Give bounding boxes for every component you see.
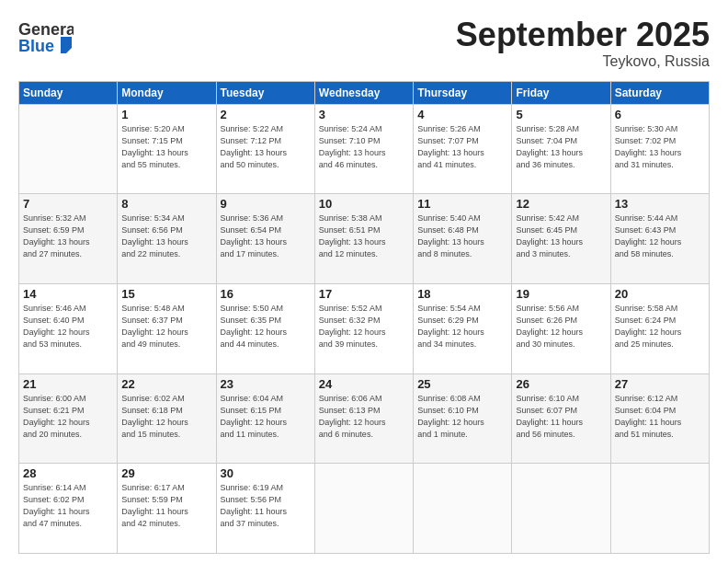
day-number: 22 (121, 377, 211, 391)
day-info: Sunrise: 5:30 AM Sunset: 7:02 PM Dayligh… (615, 123, 705, 171)
day-info: Sunrise: 5:52 AM Sunset: 6:32 PM Dayligh… (319, 303, 409, 350)
table-row: 17Sunrise: 5:52 AM Sunset: 6:32 PM Dayli… (314, 283, 413, 373)
table-row: 13Sunrise: 5:44 AM Sunset: 6:43 PM Dayli… (610, 194, 709, 284)
day-number: 13 (615, 197, 705, 211)
day-number: 21 (23, 377, 113, 391)
table-row: 3Sunrise: 5:24 AM Sunset: 7:10 PM Daylig… (314, 104, 413, 194)
day-info: Sunrise: 5:32 AM Sunset: 6:59 PM Dayligh… (23, 213, 113, 260)
day-number: 15 (121, 287, 211, 301)
col-friday: Friday (512, 81, 610, 104)
table-row: 4Sunrise: 5:26 AM Sunset: 7:07 PM Daylig… (414, 104, 512, 194)
day-info: Sunrise: 6:14 AM Sunset: 6:02 PM Dayligh… (23, 482, 113, 530)
col-sunday: Sunday (19, 81, 118, 104)
logo-icon: General Blue (18, 17, 74, 57)
table-row: 14Sunrise: 5:46 AM Sunset: 6:40 PM Dayli… (19, 283, 118, 373)
table-row: 5Sunrise: 5:28 AM Sunset: 7:04 PM Daylig… (512, 104, 610, 194)
table-row: 29Sunrise: 6:17 AM Sunset: 5:59 PM Dayli… (118, 464, 216, 554)
day-number: 6 (615, 108, 705, 121)
day-info: Sunrise: 5:34 AM Sunset: 6:56 PM Dayligh… (121, 213, 211, 260)
col-saturday: Saturday (610, 81, 709, 104)
day-info: Sunrise: 6:17 AM Sunset: 5:59 PM Dayligh… (121, 482, 211, 530)
day-number: 7 (23, 197, 113, 211)
table-row: 6Sunrise: 5:30 AM Sunset: 7:02 PM Daylig… (610, 104, 709, 194)
table-row (512, 464, 610, 554)
day-info: Sunrise: 5:40 AM Sunset: 6:48 PM Dayligh… (417, 213, 507, 260)
day-info: Sunrise: 5:38 AM Sunset: 6:51 PM Dayligh… (319, 213, 409, 260)
day-info: Sunrise: 5:56 AM Sunset: 6:26 PM Dayligh… (516, 303, 606, 350)
day-number: 2 (221, 108, 311, 121)
calendar-table: Sunday Monday Tuesday Wednesday Thursday… (18, 81, 710, 554)
table-row: 12Sunrise: 5:42 AM Sunset: 6:45 PM Dayli… (512, 194, 610, 284)
day-info: Sunrise: 5:24 AM Sunset: 7:10 PM Dayligh… (319, 123, 409, 171)
table-row: 19Sunrise: 5:56 AM Sunset: 6:26 PM Dayli… (512, 283, 610, 373)
day-number: 29 (121, 466, 211, 480)
day-info: Sunrise: 6:08 AM Sunset: 6:10 PM Dayligh… (417, 393, 507, 441)
day-number: 17 (319, 287, 409, 301)
table-row: 26Sunrise: 6:10 AM Sunset: 6:07 PM Dayli… (512, 373, 610, 464)
day-number: 11 (417, 197, 507, 211)
table-row: 1Sunrise: 5:20 AM Sunset: 7:15 PM Daylig… (118, 104, 216, 194)
day-number: 5 (516, 108, 606, 121)
table-row: 15Sunrise: 5:48 AM Sunset: 6:37 PM Dayli… (118, 283, 216, 373)
table-row: 7Sunrise: 5:32 AM Sunset: 6:59 PM Daylig… (19, 194, 118, 284)
day-number: 4 (417, 108, 507, 121)
day-number: 24 (319, 377, 409, 391)
day-info: Sunrise: 5:20 AM Sunset: 7:15 PM Dayligh… (121, 123, 211, 171)
day-info: Sunrise: 6:10 AM Sunset: 6:07 PM Dayligh… (516, 393, 606, 441)
table-row: 22Sunrise: 6:02 AM Sunset: 6:18 PM Dayli… (118, 373, 216, 464)
day-info: Sunrise: 5:58 AM Sunset: 6:24 PM Dayligh… (615, 303, 705, 350)
page: General Blue September 2025 Teykovo, Rus… (0, 0, 728, 563)
day-info: Sunrise: 5:42 AM Sunset: 6:45 PM Dayligh… (516, 213, 606, 260)
day-number: 30 (221, 466, 311, 480)
day-info: Sunrise: 5:22 AM Sunset: 7:12 PM Dayligh… (221, 123, 311, 171)
table-row: 21Sunrise: 6:00 AM Sunset: 6:21 PM Dayli… (19, 373, 118, 464)
day-number: 27 (615, 377, 705, 391)
table-row (19, 104, 118, 194)
day-info: Sunrise: 5:50 AM Sunset: 6:35 PM Dayligh… (221, 303, 311, 350)
month-title: September 2025 (456, 17, 710, 53)
logo: General Blue (18, 17, 74, 57)
table-row: 23Sunrise: 6:04 AM Sunset: 6:15 PM Dayli… (216, 373, 314, 464)
day-number: 9 (221, 197, 311, 211)
header: General Blue September 2025 Teykovo, Rus… (18, 17, 710, 70)
col-monday: Monday (118, 81, 216, 104)
col-wednesday: Wednesday (314, 81, 413, 104)
day-number: 19 (516, 287, 606, 301)
day-number: 12 (516, 197, 606, 211)
calendar-header-row: Sunday Monday Tuesday Wednesday Thursday… (19, 81, 710, 104)
col-tuesday: Tuesday (216, 81, 314, 104)
day-info: Sunrise: 5:44 AM Sunset: 6:43 PM Dayligh… (615, 213, 705, 260)
col-thursday: Thursday (414, 81, 512, 104)
svg-text:Blue: Blue (18, 37, 54, 55)
day-info: Sunrise: 6:00 AM Sunset: 6:21 PM Dayligh… (23, 393, 113, 441)
table-row: 20Sunrise: 5:58 AM Sunset: 6:24 PM Dayli… (610, 283, 709, 373)
day-number: 3 (319, 108, 409, 121)
title-area: September 2025 Teykovo, Russia (456, 17, 710, 70)
day-info: Sunrise: 5:26 AM Sunset: 7:07 PM Dayligh… (417, 123, 507, 171)
svg-marker-2 (61, 37, 72, 53)
day-info: Sunrise: 6:02 AM Sunset: 6:18 PM Dayligh… (121, 393, 211, 441)
table-row: 9Sunrise: 5:36 AM Sunset: 6:54 PM Daylig… (216, 194, 314, 284)
day-number: 10 (319, 197, 409, 211)
day-number: 18 (417, 287, 507, 301)
day-number: 26 (516, 377, 606, 391)
day-number: 14 (23, 287, 113, 301)
day-info: Sunrise: 6:19 AM Sunset: 5:56 PM Dayligh… (221, 482, 311, 530)
table-row: 18Sunrise: 5:54 AM Sunset: 6:29 PM Dayli… (414, 283, 512, 373)
day-number: 23 (221, 377, 311, 391)
table-row: 11Sunrise: 5:40 AM Sunset: 6:48 PM Dayli… (414, 194, 512, 284)
day-info: Sunrise: 6:04 AM Sunset: 6:15 PM Dayligh… (221, 393, 311, 441)
table-row: 2Sunrise: 5:22 AM Sunset: 7:12 PM Daylig… (216, 104, 314, 194)
day-number: 8 (121, 197, 211, 211)
table-row: 10Sunrise: 5:38 AM Sunset: 6:51 PM Dayli… (314, 194, 413, 284)
table-row: 25Sunrise: 6:08 AM Sunset: 6:10 PM Dayli… (414, 373, 512, 464)
day-info: Sunrise: 5:48 AM Sunset: 6:37 PM Dayligh… (121, 303, 211, 350)
day-info: Sunrise: 5:46 AM Sunset: 6:40 PM Dayligh… (23, 303, 113, 350)
table-row (414, 464, 512, 554)
table-row: 16Sunrise: 5:50 AM Sunset: 6:35 PM Dayli… (216, 283, 314, 373)
table-row: 30Sunrise: 6:19 AM Sunset: 5:56 PM Dayli… (216, 464, 314, 554)
location: Teykovo, Russia (456, 53, 710, 70)
day-info: Sunrise: 6:06 AM Sunset: 6:13 PM Dayligh… (319, 393, 409, 441)
day-number: 1 (121, 108, 211, 121)
day-info: Sunrise: 5:36 AM Sunset: 6:54 PM Dayligh… (221, 213, 311, 260)
